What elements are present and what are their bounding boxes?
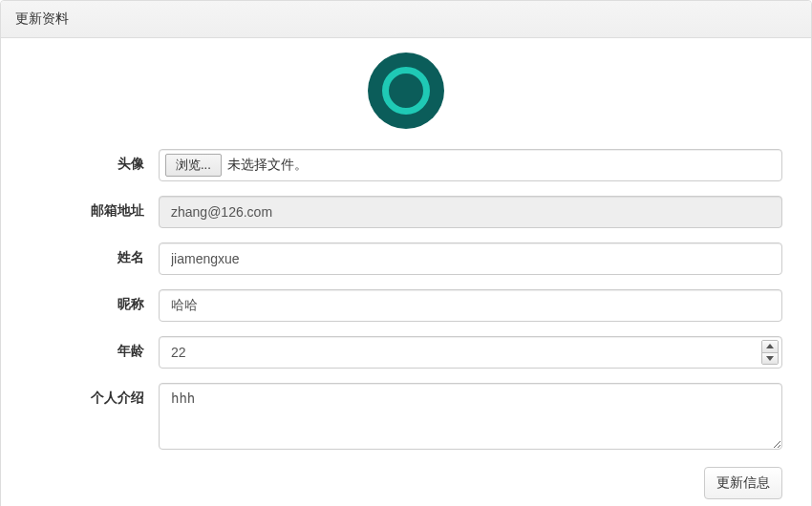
row-email: 邮箱地址 [15, 196, 797, 228]
row-name: 姓名 [15, 242, 797, 275]
file-input[interactable]: 浏览... 未选择文件。 [159, 149, 782, 181]
avatar-image [368, 53, 444, 129]
row-bio: 个人介绍 [15, 383, 797, 453]
label-name: 姓名 [15, 242, 159, 266]
bio-field[interactable] [159, 383, 782, 450]
update-profile-panel: 更新资料 头像 浏览... 未选择文件。 邮箱地址 姓名 [0, 0, 812, 506]
label-email: 邮箱地址 [15, 196, 159, 220]
panel-body: 头像 浏览... 未选择文件。 邮箱地址 姓名 昵称 [1, 38, 811, 506]
chevron-up-icon [766, 344, 774, 348]
submit-button[interactable]: 更新信息 [704, 467, 782, 499]
panel-title: 更新资料 [1, 1, 811, 38]
age-field[interactable] [159, 336, 782, 369]
nickname-field[interactable] [159, 289, 782, 322]
age-decrement-button[interactable] [762, 353, 778, 365]
file-status-text: 未选择文件。 [227, 157, 308, 174]
label-age: 年龄 [15, 336, 159, 360]
submit-row: 更新信息 [15, 467, 797, 499]
name-field[interactable] [159, 242, 782, 275]
avatar-ring-icon [382, 67, 430, 115]
row-age: 年龄 [15, 336, 797, 369]
label-avatar: 头像 [15, 149, 159, 173]
row-nickname: 昵称 [15, 289, 797, 322]
email-field [159, 196, 782, 228]
label-bio: 个人介绍 [15, 383, 159, 407]
age-stepper [159, 336, 782, 369]
browse-button[interactable]: 浏览... [165, 154, 222, 177]
age-increment-button[interactable] [762, 341, 778, 353]
row-avatar: 头像 浏览... 未选择文件。 [15, 149, 797, 181]
age-spinner [761, 340, 779, 365]
chevron-down-icon [766, 356, 774, 361]
avatar-input-wrap: 浏览... 未选择文件。 [159, 149, 797, 181]
avatar-container [15, 53, 797, 132]
label-nickname: 昵称 [15, 289, 159, 313]
